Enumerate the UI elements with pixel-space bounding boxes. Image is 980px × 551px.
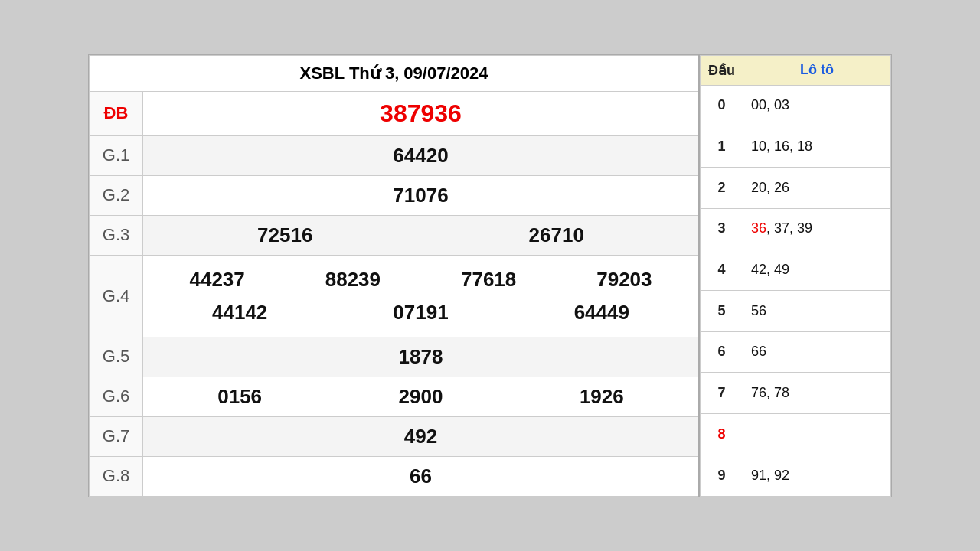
prize-label: G.5 <box>90 337 143 377</box>
table-row: G.37251626710 <box>90 215 700 255</box>
loto-numbers: 76, 78 <box>743 373 891 414</box>
prize-value: 7251626710 <box>143 215 700 255</box>
prize-value: 015629001926 <box>143 377 700 416</box>
loto-row: 8 <box>701 414 891 455</box>
table-row: G.6015629001926 <box>90 377 700 416</box>
loto-row: 336, 37, 39 <box>701 208 891 249</box>
loto-row: 991, 92 <box>701 455 891 496</box>
loto-row: 000, 03 <box>701 85 891 126</box>
loto-dau: 3 <box>701 208 743 249</box>
table-title: XSBL Thứ 3, 09/07/2024 <box>90 55 700 91</box>
table-row: G.866 <box>90 456 700 496</box>
table-row: G.51878 <box>90 337 700 377</box>
prize-label: G.4 <box>90 255 143 337</box>
loto-row: 110, 16, 18 <box>701 126 891 168</box>
loto-row: 666 <box>701 331 891 373</box>
loto-numbers: 66 <box>743 331 891 373</box>
table-row: G.444237882397761879203441420719164449 <box>90 255 700 337</box>
loto-dau: 2 <box>701 167 743 208</box>
main-container: XSBL Thứ 3, 09/07/2024 ĐB387936G.164420G… <box>88 54 892 497</box>
loto-dau: 7 <box>701 373 743 414</box>
loto-dau: 4 <box>701 249 743 291</box>
prize-label: ĐB <box>90 91 143 135</box>
loto-header-loto: Lô tô <box>743 55 891 85</box>
loto-dau: 5 <box>701 290 743 331</box>
prize-value: 1878 <box>143 337 700 377</box>
loto-header-row: Đầu Lô tô <box>701 55 891 85</box>
prize-label: G.8 <box>90 456 143 496</box>
prize-label: G.2 <box>90 175 143 215</box>
header-row: XSBL Thứ 3, 09/07/2024 <box>90 55 700 91</box>
loto-row: 220, 26 <box>701 167 891 208</box>
loto-table: Đầu Lô tô 000, 03110, 16, 18220, 26336, … <box>700 55 891 497</box>
loto-numbers: 91, 92 <box>743 455 891 496</box>
loto-numbers: 42, 49 <box>743 249 891 291</box>
loto-dau: 6 <box>701 331 743 373</box>
loto-row: 442, 49 <box>701 249 891 291</box>
loto-numbers: 10, 16, 18 <box>743 126 891 168</box>
prize-value: 71076 <box>143 175 700 215</box>
loto-numbers <box>743 414 891 455</box>
table-row: G.164420 <box>90 135 700 175</box>
loto-numbers: 56 <box>743 290 891 331</box>
prize-label: G.3 <box>90 215 143 255</box>
lottery-table: XSBL Thứ 3, 09/07/2024 ĐB387936G.164420G… <box>89 55 700 497</box>
loto-numbers: 36, 37, 39 <box>743 208 891 249</box>
loto-dau: 0 <box>701 85 743 126</box>
table-row: G.7492 <box>90 416 700 456</box>
table-row: G.271076 <box>90 175 700 215</box>
loto-row: 776, 78 <box>701 373 891 414</box>
prize-label: G.6 <box>90 377 143 416</box>
prize-label: G.1 <box>90 135 143 175</box>
loto-row: 556 <box>701 290 891 331</box>
loto-header-dau: Đầu <box>701 55 743 85</box>
prize-value: 66 <box>143 456 700 496</box>
loto-dau: 9 <box>701 455 743 496</box>
loto-numbers: 20, 26 <box>743 167 891 208</box>
prize-value: 64420 <box>143 135 700 175</box>
table-row: ĐB387936 <box>90 91 700 135</box>
loto-dau: 1 <box>701 126 743 168</box>
loto-dau: 8 <box>701 414 743 455</box>
prize-value: 387936 <box>143 91 700 135</box>
prize-value: 492 <box>143 416 700 456</box>
prize-label: G.7 <box>90 416 143 456</box>
prize-value: 44237882397761879203441420719164449 <box>143 255 700 337</box>
loto-numbers: 00, 03 <box>743 85 891 126</box>
